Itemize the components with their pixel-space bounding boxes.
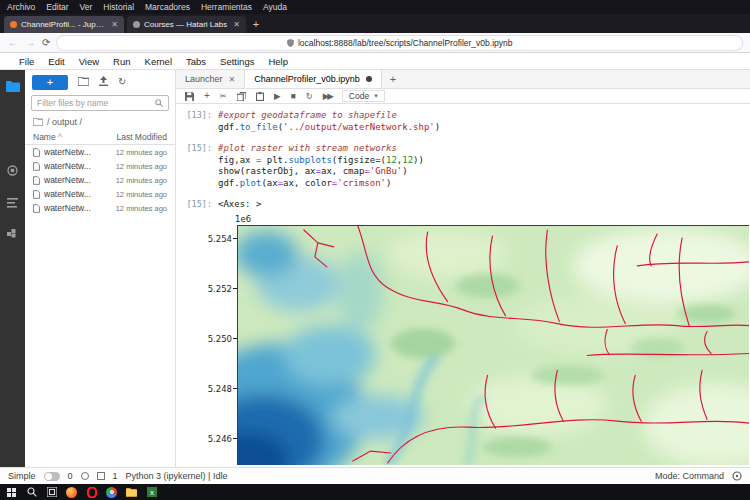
jupyterlab-statusbar: Simple 0 1 Python 3 (ipykernel) | Idle M… bbox=[0, 467, 750, 484]
copy-cell-icon[interactable] bbox=[237, 92, 246, 101]
menu-ver[interactable]: Ver bbox=[80, 2, 93, 12]
jl-menu-help[interactable]: Help bbox=[261, 56, 295, 67]
firefox-icon[interactable] bbox=[66, 487, 77, 498]
taskbar-search-icon[interactable] bbox=[26, 487, 37, 498]
running-sessions-icon[interactable] bbox=[7, 162, 18, 180]
folder-icon bbox=[33, 118, 43, 126]
upload-icon[interactable] bbox=[99, 76, 108, 88]
file-explorer-icon[interactable] bbox=[126, 487, 137, 498]
start-button[interactable] bbox=[6, 487, 17, 498]
notification-bell-icon[interactable] bbox=[732, 471, 742, 481]
tab-close-icon[interactable]: ✕ bbox=[109, 20, 118, 29]
tab-launcher[interactable]: Launcher ✕ bbox=[176, 70, 245, 88]
ytick-mark bbox=[233, 288, 237, 289]
file-name: waterNetw... bbox=[44, 175, 112, 185]
file-filter-box[interactable] bbox=[31, 95, 169, 111]
notebook-cell[interactable]: [15]:<Axes: > bbox=[176, 199, 750, 211]
add-tab-button[interactable]: + bbox=[382, 70, 404, 88]
ytick-mark bbox=[233, 388, 237, 389]
jl-menu-run[interactable]: Run bbox=[106, 56, 137, 67]
paste-cell-icon[interactable] bbox=[256, 92, 264, 101]
ytick-mark bbox=[233, 238, 237, 239]
opera-icon[interactable] bbox=[86, 487, 97, 498]
menu-historial[interactable]: Historial bbox=[103, 2, 134, 12]
file-browser-toolbar: + ↻ bbox=[25, 70, 175, 94]
file-row[interactable]: waterNetw...12 minutes ago bbox=[25, 173, 175, 187]
forward-icon[interactable]: → bbox=[25, 37, 35, 48]
kernel-sessions-icon[interactable] bbox=[81, 472, 89, 480]
jl-menu-edit[interactable]: Edit bbox=[41, 56, 71, 67]
notebook-cells[interactable]: [13]:#export geodataframe to shapefile g… bbox=[176, 104, 750, 467]
table-of-contents-icon[interactable] bbox=[7, 194, 18, 212]
menu-ayuda[interactable]: Ayuda bbox=[263, 2, 287, 12]
new-tab-button[interactable]: + bbox=[253, 18, 259, 30]
notebook-tab-label: ChannelProfiler_v0b.ipynb bbox=[254, 74, 360, 84]
insert-cell-icon[interactable]: + bbox=[204, 92, 210, 100]
new-folder-icon[interactable] bbox=[78, 77, 89, 88]
close-icon[interactable]: ✕ bbox=[229, 75, 236, 84]
jl-menu-tabs[interactable]: Tabs bbox=[179, 56, 213, 67]
restart-kernel-icon[interactable]: ↻ bbox=[306, 92, 313, 100]
run-cell-icon[interactable]: ▶ bbox=[274, 92, 281, 100]
cell-type-dropdown[interactable]: Code ▾ bbox=[342, 90, 385, 102]
tab-close-icon[interactable]: ✕ bbox=[231, 20, 240, 29]
jl-menu-settings[interactable]: Settings bbox=[213, 56, 261, 67]
file-row[interactable]: waterNetw...12 minutes ago bbox=[25, 201, 175, 215]
shield-icon bbox=[287, 39, 294, 47]
cut-cell-icon[interactable]: ✂ bbox=[220, 92, 227, 100]
raster-map bbox=[237, 225, 749, 465]
menu-editar[interactable]: Editar bbox=[46, 2, 68, 12]
file-row[interactable]: waterNetw...12 minutes ago bbox=[25, 187, 175, 201]
svg-text:x: x bbox=[150, 488, 154, 497]
chrome-icon[interactable] bbox=[106, 487, 117, 498]
file-name: waterNetw... bbox=[44, 203, 112, 213]
refresh-icon[interactable]: ↻ bbox=[118, 77, 126, 87]
ytick-mark bbox=[233, 438, 237, 439]
jupyter-favicon-icon bbox=[10, 21, 17, 28]
file-icon bbox=[33, 148, 40, 157]
cell-prompt: [15]: bbox=[176, 143, 218, 189]
ytick-label: 5.250 bbox=[204, 334, 232, 344]
cell-code[interactable]: #export geodataframe to shapefile gdf.to… bbox=[218, 110, 750, 133]
reload-icon[interactable]: ⟳ bbox=[42, 37, 50, 48]
file-row[interactable]: waterNetw...12 minutes ago bbox=[25, 145, 175, 159]
simple-mode-toggle[interactable] bbox=[44, 472, 60, 481]
jl-menu-file[interactable]: File bbox=[12, 56, 41, 67]
notebook-cell[interactable]: [13]:#export geodataframe to shapefile g… bbox=[176, 110, 750, 133]
column-modified-label[interactable]: Last Modified bbox=[116, 132, 167, 142]
toggle-knob bbox=[45, 473, 52, 480]
interrupt-kernel-icon[interactable]: ■ bbox=[291, 92, 296, 100]
url-text: localhost:8888/lab/tree/scripts/ChannelP… bbox=[298, 38, 513, 48]
back-icon[interactable]: ← bbox=[8, 37, 18, 48]
file-icon bbox=[33, 162, 40, 171]
browser-tab-hatari[interactable]: Courses — Hatari Labs ✕ bbox=[127, 16, 246, 33]
file-row[interactable]: waterNetw...12 minutes ago bbox=[25, 159, 175, 173]
matplotlib-figure: 1e6 5.254 5.252 5.250 5.248 5.246 bbox=[237, 225, 750, 465]
restart-run-all-icon[interactable]: ▶▶ bbox=[323, 92, 332, 100]
browser-tab-jupyterlab[interactable]: ChannelProfil... - JupyterLab ✕ bbox=[4, 16, 124, 33]
sort-by-name[interactable]: Name ^ bbox=[33, 132, 116, 142]
tab-notebook[interactable]: ChannelProfiler_v0b.ipynb bbox=[245, 70, 382, 88]
browser-tab-title: Courses — Hatari Labs bbox=[144, 20, 227, 29]
cell-code[interactable]: #plot raster with stream networks fig,ax… bbox=[218, 143, 750, 189]
breadcrumb[interactable]: / output / bbox=[25, 114, 175, 130]
jl-menu-kernel[interactable]: Kernel bbox=[138, 56, 179, 67]
notebook-cell[interactable]: [15]:#plot raster with stream networks f… bbox=[176, 143, 750, 189]
code-editor-icon[interactable]: x bbox=[146, 487, 157, 498]
file-browser-icon[interactable] bbox=[6, 78, 20, 96]
kernel-count: 1 bbox=[113, 471, 118, 481]
extension-manager-icon[interactable] bbox=[7, 226, 18, 244]
save-icon[interactable] bbox=[185, 92, 194, 101]
terminal-sessions-icon[interactable] bbox=[97, 472, 105, 480]
breadcrumb-path: / output / bbox=[47, 117, 82, 127]
menu-marcadores[interactable]: Marcadores bbox=[145, 2, 190, 12]
address-bar[interactable]: localhost:8888/lab/tree/scripts/ChannelP… bbox=[57, 36, 742, 50]
menu-archivo[interactable]: Archivo bbox=[7, 2, 35, 12]
task-view-icon[interactable] bbox=[46, 487, 57, 498]
chrome-center bbox=[110, 490, 114, 494]
jl-menu-view[interactable]: View bbox=[72, 56, 106, 67]
menu-herramientas[interactable]: Herramientas bbox=[201, 2, 252, 12]
file-filter-input[interactable] bbox=[37, 98, 155, 108]
new-launcher-button[interactable]: + bbox=[32, 75, 68, 90]
kernel-status[interactable]: Python 3 (ipykernel) | Idle bbox=[126, 471, 228, 481]
